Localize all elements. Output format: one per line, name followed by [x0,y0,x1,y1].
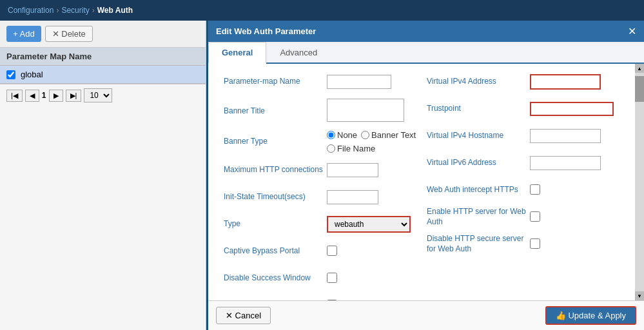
trustpoint-label: Trustpoint [427,104,530,114]
disable-success-control [327,273,416,285]
virtual-ipv4-hostname-control [530,129,620,143]
disable-http-secure-label: Disable HTTP secure server for Web Auth [427,234,530,254]
max-http-input[interactable]: 100 [327,163,378,177]
web-auth-intercept-control [530,184,620,197]
virtual-ipv6-input[interactable]: x:x:x::x [530,156,601,170]
first-page-button[interactable]: |◀ [6,90,23,102]
banner-type-control: None Banner Text File Name [327,130,416,153]
delete-button[interactable]: ✕ Delete [45,26,93,42]
scroll-track [635,73,644,291]
init-state-row: Init-State Timeout(secs) 120 [224,187,416,208]
virtual-ipv4-hostname-label: Virtual IPv4 Hostname [427,131,530,141]
trustpoint-control: TP-self-signed-9474… [530,102,620,116]
form-right-col: Virtual IPv4 Address 192.0.2.1 Trustpoin… [422,72,625,300]
virtual-ipv6-control: x:x:x::x [530,156,620,170]
virtual-ipv4-hostname-input[interactable] [530,129,601,143]
form-grid: Parameter-map Name global Banner Title [219,72,625,300]
banner-title-control [327,99,416,124]
tab-advanced[interactable]: Advanced [266,42,331,63]
disable-http-secure-row: Disable HTTP secure server for Web Auth [427,234,620,255]
left-panel: + Add ✕ Delete Parameter Map Name global… [0,21,206,330]
virtual-ipv6-label: Virtual IPv6 Address [427,158,530,168]
virtual-ipv4-label: Virtual IPv4 Address [427,77,530,87]
dialog-tabs: General Advanced [208,42,644,64]
add-button[interactable]: + Add [6,26,41,42]
dialog-panel: Edit Web Auth Parameter ✕ General Advanc… [206,21,644,330]
table-row[interactable]: global [0,66,206,84]
disable-success-row: Disable Success Window [224,268,416,289]
row-name: global [21,70,43,79]
banner-type-label: Banner Type [224,137,327,147]
captive-bypass-label: Captive Bypass Portal [224,246,327,257]
banner-type-row: Banner Type None Banner Text File Name [224,130,416,153]
virtual-ipv4-control: 192.0.2.1 [530,74,620,90]
disable-http-secure-control [530,238,620,251]
type-select[interactable]: webauth consent splash [327,216,411,233]
virtual-ipv4-input[interactable]: 192.0.2.1 [530,74,601,90]
max-http-row: Maximum HTTP connections 100 [224,160,416,180]
param-map-name-label: Parameter-map Name [224,77,327,87]
enable-http-control [530,211,620,224]
nav-sep2: › [92,6,95,15]
dialog-close-button[interactable]: ✕ [628,25,636,37]
form-left-col: Parameter-map Name global Banner Title [219,72,422,300]
disable-success-label: Disable Success Window [224,273,327,284]
param-map-name-input[interactable]: global [327,75,391,89]
prev-page-button[interactable]: ◀ [25,90,39,102]
disable-success-checkbox[interactable] [327,273,337,283]
init-state-control: 120 [327,190,416,204]
captive-bypass-control [327,246,416,258]
dialog-footer: ✕ Cancel 👍 Update & Apply [208,300,644,330]
max-http-label: Maximum HTTP connections [224,165,327,175]
nav-current: Web Auth [97,6,133,15]
virtual-ipv6-row: Virtual IPv6 Address x:x:x::x [427,153,620,173]
disable-logout-row: Disable Logout Window [224,295,416,300]
disable-http-secure-checkbox[interactable] [530,238,540,249]
web-auth-intercept-checkbox[interactable] [530,184,540,195]
cancel-button[interactable]: ✕ Cancel [216,307,271,324]
radio-file-name[interactable]: File Name [327,144,375,153]
max-http-control: 100 [327,163,416,177]
dialog-title-bar: Edit Web Auth Parameter ✕ [208,21,644,42]
dialog-body: Parameter-map Name global Banner Title [208,64,635,300]
type-label: Type [224,219,327,229]
row-checkbox[interactable] [6,70,15,79]
left-toolbar: + Add ✕ Delete [0,21,206,48]
virtual-ipv4-row: Virtual IPv4 Address 192.0.2.1 [427,72,620,92]
update-apply-button[interactable]: 👍 Update & Apply [545,306,636,325]
trustpoint-row: Trustpoint TP-self-signed-9474… [427,99,620,119]
next-page-button[interactable]: ▶ [49,90,63,102]
page-size-select[interactable]: 10 25 50 [84,88,112,102]
banner-title-input[interactable] [327,99,404,122]
radio-none[interactable]: None [327,130,357,140]
enable-http-row: Enable HTTP server for Web Auth [427,207,620,228]
dialog-title: Edit Web Auth Parameter [216,26,316,36]
nav-security[interactable]: Security [61,6,89,15]
enable-http-checkbox[interactable] [530,211,540,222]
init-state-input[interactable]: 120 [327,190,378,204]
nav-sep1: › [56,6,59,15]
scrollbar[interactable]: ▲ ▼ [635,64,644,300]
param-map-name-control: global [327,75,416,89]
table-header: Parameter Map Name [0,48,206,66]
type-row: Type webauth consent splash [224,214,416,235]
banner-title-row: Banner Title [224,99,416,124]
scroll-up-button[interactable]: ▲ [635,64,644,73]
page-number: 1 [42,91,46,100]
nav-configuration[interactable]: Configuration [8,6,54,15]
tab-general[interactable]: General [208,42,266,64]
captive-bypass-row: Captive Bypass Portal [224,241,416,262]
init-state-label: Init-State Timeout(secs) [224,192,327,202]
trustpoint-input[interactable]: TP-self-signed-9474… [530,102,614,116]
pagination: |◀ ◀ 1 ▶ ▶| 10 25 50 [0,84,206,106]
banner-title-label: Banner Title [224,106,327,117]
last-page-button[interactable]: ▶| [66,90,82,102]
captive-bypass-checkbox[interactable] [327,246,337,256]
radio-banner-text[interactable]: Banner Text [361,130,416,140]
scroll-thumb[interactable] [635,76,644,102]
top-navigation: Configuration › Security › Web Auth [0,0,644,21]
web-auth-intercept-label: Web Auth intercept HTTPs [427,185,530,195]
scroll-down-button[interactable]: ▼ [635,291,644,300]
virtual-ipv4-hostname-row: Virtual IPv4 Hostname [427,126,620,146]
web-auth-intercept-row: Web Auth intercept HTTPs [427,180,620,200]
